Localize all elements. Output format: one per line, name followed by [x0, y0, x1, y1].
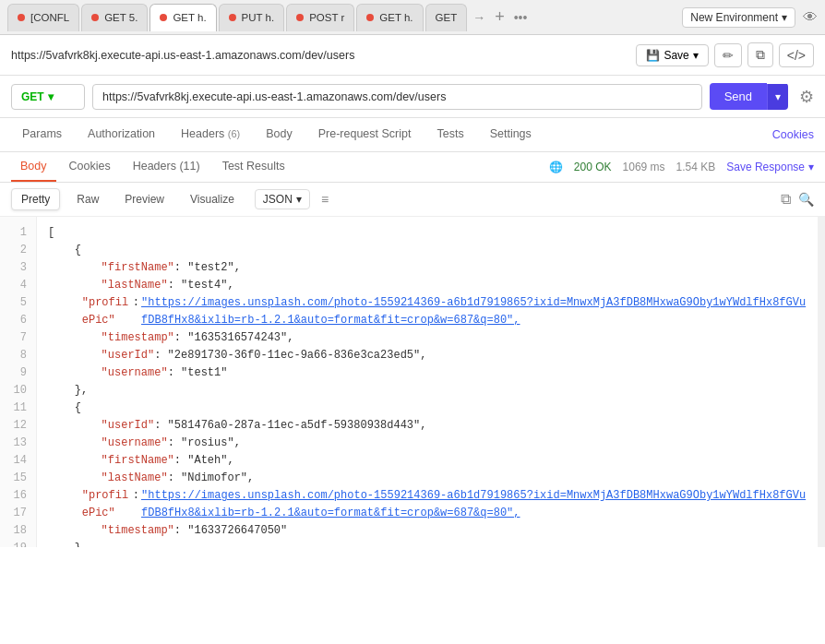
request-bar: GET ▾ Send ▾ ⚙ — [0, 76, 825, 118]
scrollbar[interactable] — [818, 217, 825, 547]
tab-dot — [91, 14, 99, 21]
copy-url-button[interactable]: ⧉ — [747, 42, 773, 67]
json-value: : "rosius", — [168, 435, 241, 452]
json-line: "lastName": "test4", — [48, 277, 807, 294]
json-key: "profilePic" — [82, 487, 133, 522]
copy-response-icon[interactable]: ⧉ — [781, 191, 791, 208]
json-link-value[interactable]: "https://images.unsplash.com/photo-15592… — [141, 294, 807, 329]
save-button[interactable]: 💾 Save ▾ — [636, 44, 708, 66]
json-indent — [48, 329, 102, 347]
json-indent — [48, 294, 82, 329]
tab-get1[interactable]: GET 5. — [81, 4, 148, 31]
line-number: 19 — [0, 540, 36, 547]
tab-params[interactable]: Params — [11, 118, 73, 151]
settings-icon[interactable]: ⚙ — [799, 87, 814, 107]
json-indent — [48, 277, 102, 294]
json-link-value[interactable]: "https://images.unsplash.com/photo-15592… — [141, 487, 807, 522]
method-selector[interactable]: GET ▾ — [11, 84, 85, 110]
tab-label: POST r — [309, 12, 344, 23]
json-key: "userId" — [102, 347, 155, 364]
json-bracket: { — [48, 400, 81, 417]
json-content[interactable]: [ { "firstName": "test2", "lastName": "t… — [37, 217, 818, 547]
line-number: 8 — [0, 347, 36, 364]
line-number: 1 — [0, 224, 36, 242]
edit-button[interactable]: ✏ — [714, 43, 742, 67]
json-value: : "2e891730-36f0-11ec-9a66-836e3ca23ed5"… — [154, 347, 426, 364]
environment-selector[interactable]: New Environment ▾ — [682, 7, 795, 28]
json-line: "timestamp": "1633726647050" — [48, 522, 807, 540]
chevron-down-icon: ▾ — [782, 11, 787, 24]
json-line: "userId": "581476a0-287a-11ec-a5df-59380… — [48, 417, 807, 435]
save-response-button[interactable]: Save Response ▾ — [726, 161, 814, 173]
response-status: 200 OK — [574, 161, 612, 173]
json-key: "timestamp" — [102, 522, 174, 540]
format-raw-button[interactable]: Raw — [67, 189, 108, 209]
url-input[interactable] — [92, 84, 702, 110]
response-tab-body[interactable]: Body — [11, 152, 56, 182]
add-tab-button[interactable]: + — [491, 7, 508, 27]
send-button[interactable]: Send ▾ — [710, 83, 788, 110]
tab-label: PUT h. — [242, 12, 275, 23]
tab-settings[interactable]: Settings — [479, 118, 543, 151]
format-preview-button[interactable]: Preview — [115, 189, 173, 209]
json-value: : "581476a0-287a-11ec-a5df-59380938d443"… — [154, 417, 426, 435]
save-icon: 💾 — [646, 49, 660, 62]
code-button[interactable]: </> — [779, 43, 814, 67]
filter-icon[interactable]: ≡ — [321, 192, 329, 207]
response-tab-headers[interactable]: Headers (11) — [124, 152, 209, 182]
search-response-icon[interactable]: 🔍 — [798, 192, 814, 207]
tab-bar: [CONFL GET 5. GET h. PUT h. POST r GET h… — [0, 0, 825, 35]
format-pretty-button[interactable]: Pretty — [11, 188, 60, 210]
tab-actions: New Environment ▾ 👁 — [682, 7, 818, 28]
json-line: "userId": "2e891730-36f0-11ec-9a66-836e3… — [48, 347, 807, 364]
json-value: : "test2", — [174, 259, 241, 277]
cookies-button[interactable]: Cookies — [772, 128, 814, 141]
tab-put[interactable]: PUT h. — [219, 4, 285, 31]
json-indent — [48, 487, 82, 522]
save-chevron-icon: ▾ — [693, 49, 699, 62]
json-bracket: }, — [48, 382, 88, 400]
tab-headers[interactable]: Headers (6) — [170, 118, 251, 151]
tab-label: GET h. — [173, 12, 206, 23]
line-number: 6 — [0, 312, 36, 329]
tab-arrow[interactable]: → — [469, 10, 489, 25]
tab-post[interactable]: POST r — [286, 4, 354, 31]
tab-get4[interactable]: GET — [425, 4, 468, 31]
tab-get3[interactable]: GET h. — [356, 4, 423, 31]
tab-label: GET — [436, 12, 458, 23]
tab-dot — [229, 14, 236, 21]
response-tab-cookies[interactable]: Cookies — [60, 152, 120, 182]
send-main-button[interactable]: Send — [710, 83, 767, 110]
url-actions: 💾 Save ▾ ✏ ⧉ </> — [636, 42, 814, 67]
line-number: 7 — [0, 329, 36, 347]
json-value: : "1635316574243", — [174, 329, 294, 347]
response-tab-testresults[interactable]: Test Results — [213, 152, 294, 182]
format-chevron-icon: ▾ — [296, 193, 302, 206]
tab-authorization[interactable]: Authorization — [77, 118, 166, 151]
line-number: 14 — [0, 452, 36, 470]
tab-tests[interactable]: Tests — [425, 118, 474, 151]
tab-get2-active[interactable]: GET h. — [149, 4, 216, 31]
json-bracket: }, — [48, 540, 88, 547]
json-indent — [48, 435, 102, 452]
tab-label: GET h. — [379, 12, 412, 23]
line-number: 16 — [0, 487, 36, 505]
line-number: 10 — [0, 382, 36, 400]
json-line: "username": "test1" — [48, 364, 807, 382]
json-key: "firstName" — [102, 259, 174, 277]
more-tabs-button[interactable]: ••• — [510, 10, 532, 25]
response-meta: 🌐 200 OK 1069 ms 1.54 KB Save Response ▾ — [549, 161, 814, 173]
tab-prerequest[interactable]: Pre-request Script — [307, 118, 423, 151]
json-key: "timestamp" — [102, 329, 174, 347]
format-visualize-button[interactable]: Visualize — [181, 189, 244, 209]
send-dropdown-button[interactable]: ▾ — [767, 84, 788, 110]
format-type-label: JSON — [263, 193, 293, 206]
eye-icon[interactable]: 👁 — [803, 9, 818, 26]
json-indent — [48, 470, 102, 487]
json-bracket: { — [48, 242, 81, 259]
json-line: "firstName": "test2", — [48, 259, 807, 277]
tab-body[interactable]: Body — [255, 118, 304, 151]
tab-confl[interactable]: [CONFL — [7, 4, 79, 31]
format-type-selector[interactable]: JSON ▾ — [255, 189, 310, 209]
line-number: 12 — [0, 417, 36, 435]
